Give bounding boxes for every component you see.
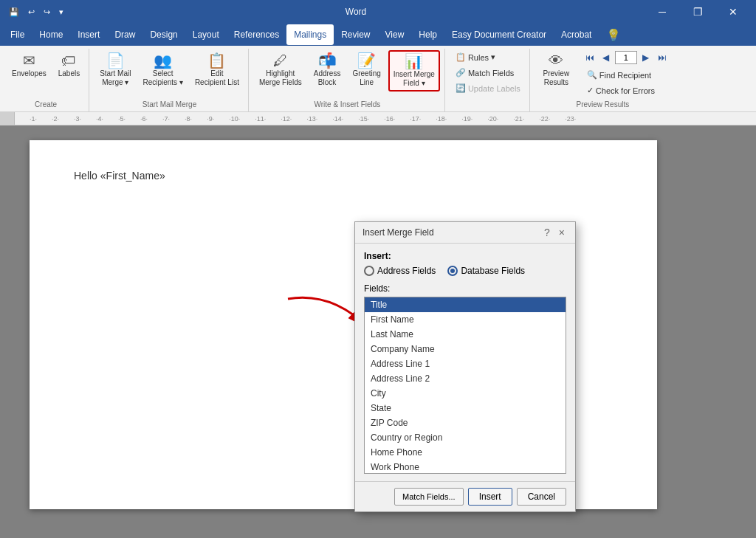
menu-home[interactable]: Home — [32, 24, 70, 45]
record-number-input[interactable] — [615, 51, 637, 64]
address-block-icon: 📬 — [318, 53, 337, 68]
field-company-name[interactable]: Company Name — [365, 342, 566, 356]
field-first-name[interactable]: First Name — [365, 312, 566, 327]
preview-results-icon: 👁 — [549, 53, 563, 68]
field-country-or-region[interactable]: Country or Region — [365, 430, 566, 445]
insert-radio-group: Address Fields Database Fields — [364, 266, 566, 276]
document-content[interactable]: Hello «First_Name» — [74, 170, 613, 182]
insert-label: Insert: — [364, 251, 566, 261]
menu-insert[interactable]: Insert — [70, 24, 107, 45]
address-fields-label: Address Fields — [377, 266, 436, 276]
ribbon-group-rules: 📋 Rules ▾ 🔗 Match Fields 🔄 Update Labels — [447, 49, 530, 111]
menu-view[interactable]: View — [378, 24, 412, 45]
ribbon-group-preview-results: 👁 PreviewResults ⏮ ◀ ▶ ⏭ � — [532, 49, 674, 111]
menu-mailings[interactable]: Mailings — [286, 24, 334, 45]
rules-icon: 📋 — [456, 52, 466, 62]
menu-tell[interactable]: 💡 — [599, 24, 628, 45]
field-address-line-1[interactable]: Address Line 1 — [365, 356, 566, 371]
match-fields-icon: 🔗 — [456, 68, 466, 77]
menu-acrobat[interactable]: Acrobat — [554, 24, 599, 45]
database-fields-label: Database Fields — [461, 266, 525, 276]
window-controls: ─ ❐ ✕ — [645, 0, 750, 24]
fields-label: Fields: — [364, 283, 566, 294]
rules-button[interactable]: 📋 Rules ▾ — [451, 50, 525, 64]
fields-list: Title First Name Last Name Company Name … — [364, 297, 566, 474]
title-bar: 💾 ↩ ↪ ▾ Word ─ ❐ ✕ — [0, 0, 756, 24]
close-button[interactable]: ✕ — [716, 0, 750, 24]
ruler: ·1··2··3··4··5· ·6··7··8··9··10· ·11··12… — [0, 112, 756, 125]
envelopes-icon: ✉ — [23, 53, 35, 68]
find-recipient-button[interactable]: 🔍 Find Recipient — [583, 68, 670, 82]
insert-merge-field-icon: 📊 — [405, 54, 423, 69]
app-window: 💾 ↩ ↪ ▾ Word ─ ❐ ✕ File Home Insert Draw… — [0, 0, 756, 538]
minimize-button[interactable]: ─ — [645, 0, 679, 24]
database-radio-circle — [447, 266, 458, 276]
redo-icon[interactable]: ↪ — [41, 6, 53, 18]
cancel-button-dialog[interactable]: Cancel — [517, 488, 566, 506]
greeting-line-icon: 📝 — [357, 53, 376, 68]
dialog-help-button[interactable]: ? — [541, 227, 553, 238]
select-recipients-icon: 👥 — [154, 53, 172, 68]
field-title[interactable]: Title — [365, 297, 566, 312]
dialog-close-button[interactable]: × — [556, 227, 568, 238]
last-record-button[interactable]: ⏭ — [655, 50, 670, 65]
update-labels-icon: 🔄 — [456, 83, 466, 93]
labels-icon: 🏷 — [61, 53, 76, 68]
customize-icon[interactable]: ▾ — [56, 6, 66, 18]
restore-button[interactable]: ❐ — [681, 0, 715, 24]
start-mail-merge-button[interactable]: 📄 Start MailMerge ▾ — [95, 50, 135, 90]
merge-field-first-name: «First_Name» — [100, 170, 165, 182]
dialog-body: Insert: Address Fields Database Fields — [355, 244, 575, 481]
field-city[interactable]: City — [365, 386, 566, 401]
menu-layout[interactable]: Layout — [185, 24, 227, 45]
menu-easy-document-creator[interactable]: Easy Document Creator — [444, 24, 554, 45]
address-block-button[interactable]: 📬 AddressBlock — [309, 50, 346, 90]
check-for-errors-button[interactable]: ✓ Check for Errors — [583, 83, 670, 97]
match-fields-button[interactable]: 🔗 Match Fields — [451, 66, 525, 80]
field-zip-code[interactable]: ZIP Code — [365, 415, 566, 430]
menu-review[interactable]: Review — [334, 24, 377, 45]
start-mail-merge-icon: 📄 — [106, 53, 125, 68]
select-recipients-button[interactable]: 👥 SelectRecipients ▾ — [138, 50, 187, 90]
check-errors-icon: ✓ — [587, 86, 594, 95]
title-bar-controls: 💾 ↩ ↪ ▾ — [6, 6, 66, 18]
labels-button[interactable]: 🏷 Labels — [54, 50, 84, 81]
menu-bar: File Home Insert Draw Design Layout Refe… — [0, 24, 756, 46]
match-fields-button-dialog[interactable]: Match Fields... — [394, 488, 464, 506]
address-fields-radio[interactable]: Address Fields — [364, 266, 436, 276]
database-radio-dot — [450, 269, 455, 273]
ribbon: ✉ Envelopes 🏷 Labels Create 📄 Start Mail… — [0, 46, 756, 112]
menu-design[interactable]: Design — [142, 24, 185, 45]
save-icon[interactable]: 💾 — [6, 6, 22, 18]
ribbon-group-write-insert: 🖊 HighlightMerge Fields 📬 AddressBlock 📝… — [250, 49, 445, 111]
field-home-phone[interactable]: Home Phone — [365, 445, 566, 460]
preview-results-button[interactable]: 👁 PreviewResults — [536, 50, 577, 90]
menu-file[interactable]: File — [3, 24, 32, 45]
preview-nav: ⏮ ◀ ▶ ⏭ — [583, 50, 670, 65]
field-work-phone[interactable]: Work Phone — [365, 460, 566, 474]
menu-references[interactable]: References — [227, 24, 286, 45]
dialog-title: Insert Merge Field — [362, 227, 434, 238]
insert-button-dialog[interactable]: Insert — [468, 488, 512, 506]
prev-record-button[interactable]: ◀ — [599, 50, 614, 65]
envelopes-button[interactable]: ✉ Envelopes — [7, 50, 51, 81]
highlight-icon: 🖊 — [273, 53, 288, 68]
edit-recipient-list-button[interactable]: 📋 EditRecipient List — [190, 50, 244, 90]
field-last-name[interactable]: Last Name — [365, 327, 566, 342]
greeting-line-button[interactable]: 📝 GreetingLine — [348, 50, 385, 90]
field-state[interactable]: State — [365, 401, 566, 415]
field-address-line-2[interactable]: Address Line 2 — [365, 371, 566, 386]
highlight-merge-fields-button[interactable]: 🖊 HighlightMerge Fields — [255, 50, 306, 90]
undo-icon[interactable]: ↩ — [25, 6, 38, 18]
ribbon-group-create: ✉ Envelopes 🏷 Labels Create — [3, 49, 89, 111]
menu-help[interactable]: Help — [411, 24, 444, 45]
edit-recipient-list-icon: 📋 — [207, 53, 226, 68]
dialog-controls: ? × — [541, 227, 568, 238]
dialog-footer: Match Fields... Insert Cancel — [355, 481, 575, 511]
insert-merge-field-button[interactable]: 📊 Insert MergeField ▾ — [388, 50, 440, 92]
first-record-button[interactable]: ⏮ — [583, 50, 597, 65]
next-record-button[interactable]: ▶ — [639, 50, 653, 65]
database-fields-radio[interactable]: Database Fields — [447, 266, 525, 276]
menu-draw[interactable]: Draw — [107, 24, 142, 45]
update-labels-button[interactable]: 🔄 Update Labels — [451, 81, 525, 95]
